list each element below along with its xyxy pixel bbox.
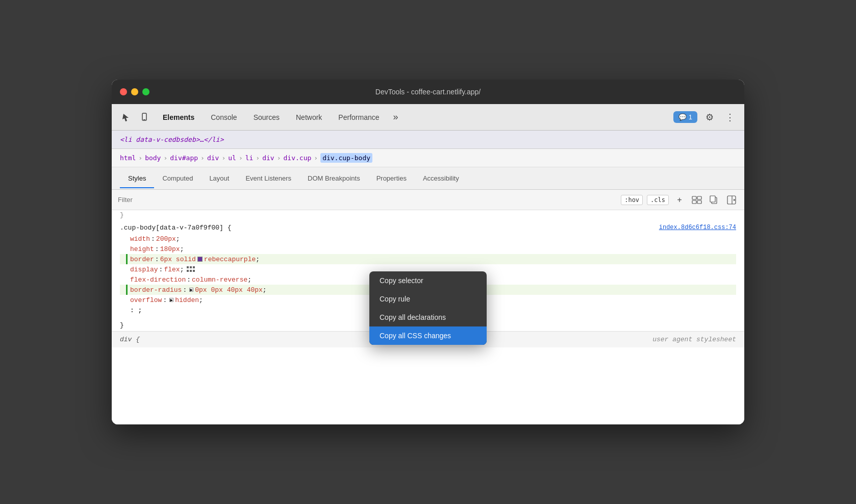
breadcrumb-divapp[interactable]: div#app (170, 154, 198, 162)
context-menu-copy-css-changes[interactable]: Copy all CSS changes (369, 326, 487, 345)
devtools-window: DevTools - coffee-cart.netlify.app/ Elem… (112, 80, 744, 424)
tab-dom-breakpoints[interactable]: DOM Breakpoints (299, 169, 368, 188)
svg-rect-2 (143, 114, 145, 118)
css-prop-height: height : 180px ; (120, 244, 736, 254)
css-selector: .cup-body[data-v-7a0f9f00] { (120, 224, 736, 232)
notification-count: 1 (689, 113, 692, 121)
html-code-line: <li data-v-cedbsdeb>…</li> (112, 131, 744, 149)
breadcrumb-divcup[interactable]: div.cup (284, 154, 312, 162)
breadcrumb-div2[interactable]: div (262, 154, 274, 162)
cls-button[interactable]: .cls (647, 195, 669, 205)
breadcrumb-div1[interactable]: div (207, 154, 219, 162)
css-prop-width: width : 200px ; (120, 234, 736, 244)
filter-bar: :hov .cls + (112, 190, 744, 210)
minimize-button[interactable] (131, 88, 138, 95)
tab-layout[interactable]: Layout (201, 169, 237, 188)
traffic-lights (120, 88, 149, 95)
user-agent-ref: user agent stylesheet (652, 336, 736, 343)
svg-rect-5 (692, 200, 696, 204)
styles-panel: } .cup-body[data-v-7a0f9f00] { index.8d6… (112, 210, 744, 424)
svg-rect-1 (143, 119, 145, 120)
modified-indicator (126, 254, 128, 264)
collapse-icon[interactable] (725, 193, 738, 207)
tab-styles[interactable]: Styles (120, 169, 154, 188)
breadcrumb-ul[interactable]: ul (228, 154, 236, 162)
hov-button[interactable]: :hov (621, 195, 643, 205)
cursor-icon[interactable] (118, 109, 134, 125)
main-tabs: Elements Console Sources Network Perform… (155, 109, 671, 125)
mobile-icon[interactable] (136, 109, 153, 125)
titlebar: DevTools - coffee-cart.netlify.app/ (112, 80, 744, 104)
breadcrumb-li[interactable]: li (245, 154, 254, 162)
flex-layout-icon[interactable] (187, 266, 196, 273)
panel-tabs: Styles Computed Layout Event Listeners D… (112, 167, 744, 190)
add-style-button[interactable]: + (673, 193, 686, 207)
modified-indicator-2 (126, 285, 128, 295)
fullscreen-button[interactable] (142, 88, 149, 95)
breadcrumb-divcupbody[interactable]: div.cup-body (320, 153, 372, 163)
toolbar: Elements Console Sources Network Perform… (112, 104, 744, 131)
computed-icon[interactable] (690, 193, 703, 207)
breadcrumb-body[interactable]: body (145, 154, 161, 162)
svg-rect-6 (697, 200, 701, 204)
context-menu: Copy selector Copy rule Copy all declara… (369, 271, 487, 345)
filter-actions: :hov .cls + (621, 193, 738, 207)
close-button[interactable] (120, 88, 127, 95)
filter-input[interactable] (118, 196, 617, 204)
svg-rect-8 (710, 196, 715, 202)
settings-button[interactable]: ⚙ (701, 109, 718, 125)
breadcrumb-html[interactable]: html (120, 154, 136, 162)
notification-badge[interactable]: 💬 1 (673, 111, 697, 123)
tab-elements[interactable]: Elements (155, 109, 203, 125)
css-file-ref[interactable]: index.8d6c6f18.css:74 (659, 224, 736, 231)
notification-icon: 💬 (678, 113, 687, 121)
svg-rect-3 (692, 196, 696, 199)
context-menu-copy-all-declarations[interactable]: Copy all declarations (369, 308, 487, 326)
more-tabs-button[interactable]: » (388, 109, 404, 125)
tab-computed[interactable]: Computed (154, 169, 201, 188)
expand-overflow[interactable]: ▶ (169, 298, 173, 302)
window-title: DevTools - coffee-cart.netlify.app/ (375, 88, 481, 96)
expand-border-radius[interactable]: ▶ (189, 288, 193, 292)
svg-rect-4 (697, 196, 701, 199)
tab-event-listeners[interactable]: Event Listeners (237, 169, 299, 188)
tab-network[interactable]: Network (288, 109, 330, 125)
copy-icon[interactable] (708, 193, 721, 207)
tab-properties[interactable]: Properties (368, 169, 415, 188)
code-snippet: <li data-v-cedbsdeb>…</li> (120, 136, 224, 143)
css-prop-border: border : 6px solid rebeccapurple ; (120, 254, 736, 264)
user-agent-selector: div { (120, 336, 140, 343)
separator: } (112, 210, 744, 220)
context-menu-copy-rule[interactable]: Copy rule (369, 290, 487, 308)
toolbar-right: 💬 1 ⚙ ⋮ (673, 109, 738, 125)
tab-sources[interactable]: Sources (245, 109, 288, 125)
context-menu-copy-selector[interactable]: Copy selector (369, 271, 487, 290)
breadcrumb: html › body › div#app › div › ul › li › … (112, 149, 744, 167)
tab-console[interactable]: Console (203, 109, 245, 125)
color-swatch-border[interactable] (197, 257, 203, 262)
tab-performance[interactable]: Performance (330, 109, 387, 125)
more-options-button[interactable]: ⋮ (722, 109, 738, 125)
tab-accessibility[interactable]: Accessibility (415, 169, 467, 188)
